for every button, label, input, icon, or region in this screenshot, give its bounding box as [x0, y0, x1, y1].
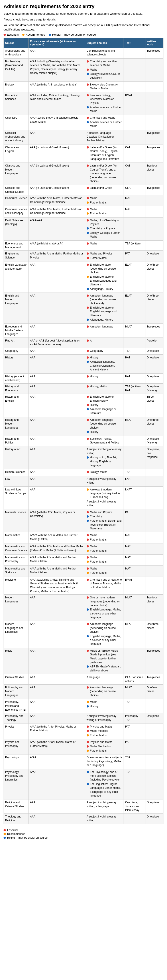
subject-text: Chemistry or Physics	[90, 227, 115, 231]
entrance-cell: AAA	[29, 417, 85, 436]
subject-text: A subject involving essay writing, a lan…	[87, 800, 122, 808]
test-cell	[124, 813, 145, 824]
subject-text: Combination of arts and science subjects	[87, 49, 122, 57]
subject-item: A subject involving essay writing	[87, 500, 122, 508]
subject-item: Maths	[87, 242, 122, 245]
course-cell: Law with Law Studies in Europe	[4, 487, 29, 509]
written-cell	[145, 532, 163, 543]
subject-text: English Language, Maths, a science or an…	[90, 635, 122, 646]
subjects-cell: Maths	[85, 240, 124, 251]
subject-text: History, Maths	[90, 385, 107, 388]
subject-text: Further Maths	[90, 256, 107, 260]
subjects-cell: A modern language	[85, 323, 124, 337]
table-row: Mathematics and Computer Science A*AA wi…	[4, 543, 164, 555]
subject-item: Latin and/or Greek (for Course 7 only), …	[87, 164, 122, 183]
subject-item: A language, History	[87, 287, 122, 291]
subject-item: History	[87, 705, 122, 708]
subject-text: Physics and Maths	[90, 740, 113, 744]
legend-helpful-label: Helpful – may be useful on course	[52, 33, 96, 36]
data-table: Course Entrance requirements (at A-level…	[3, 38, 164, 824]
subject-dot	[87, 288, 89, 290]
subjects-cell: English Literature (depending on course …	[85, 262, 124, 293]
written-cell	[145, 92, 163, 115]
written-cell: One piece (History)	[145, 383, 163, 394]
subjects-cell: Latin and/or Greek	[85, 185, 124, 195]
written-cell: Two pieces	[145, 130, 163, 144]
subject-item: English Literature or English History	[87, 395, 122, 403]
legend: Essential Recommended Helpful – may be u…	[3, 33, 164, 36]
table-row: Computer Science and Philosophy A*AA wit…	[4, 206, 164, 217]
subject-item: Chemistry and Maths	[87, 116, 122, 120]
subject-dot	[87, 635, 89, 637]
subject-item: Latin and/or Greek	[87, 186, 122, 190]
subject-item: History, Maths	[87, 385, 122, 388]
subject-text: Chemistry and at least one of Biology, P…	[90, 578, 122, 590]
entrance-cell: AAA	[29, 446, 85, 469]
subject-dot	[87, 471, 89, 473]
entrance-cell: A*AA (with the A* in Maths, Physics or C…	[29, 509, 85, 532]
table-row: English and Modern Languages AAA A moder…	[4, 293, 164, 323]
entrance-cell: AAA	[29, 799, 85, 813]
subject-dot	[87, 60, 89, 62]
test-cell: TSA	[124, 348, 145, 355]
subjects-cell: HistoryA classical language, Classical C…	[85, 355, 124, 374]
subject-text: Further Maths	[90, 549, 107, 553]
course-cell: Oriental Studies	[4, 675, 29, 684]
test-cell: BMAT	[124, 577, 145, 595]
subject-dot	[87, 545, 89, 547]
entrance-cell: AAA	[29, 476, 85, 487]
subject-text: Maths	[90, 207, 97, 211]
subject-item: Maths	[87, 567, 122, 571]
subject-item: Further Maths	[87, 560, 122, 564]
subject-dot	[87, 294, 89, 297]
subject-dot	[87, 326, 89, 328]
subject-text: Maths modules	[90, 729, 108, 733]
test-cell: ELAT	[124, 293, 145, 323]
table-row: Religion and Oriental Studies AAA A subj…	[4, 799, 164, 813]
subject-item: Further Maths	[87, 256, 122, 260]
written-cell: One/three pieces	[145, 417, 163, 436]
subject-item: A relevant modern language (not required…	[87, 488, 122, 500]
subject-dot	[87, 356, 89, 359]
subject-text: One or more modern languages (depending …	[90, 596, 122, 607]
test-cell: PAT	[124, 724, 145, 739]
test-cell: PAT	[124, 251, 145, 262]
subjects-cell: One or more modern languages (depending …	[85, 595, 124, 621]
subjects-cell: Physics and MathsMaths MechanicsFurther …	[85, 739, 124, 754]
written-cell	[145, 769, 163, 799]
entrance-cell: AAA (in Latin and Greek if taken)	[29, 144, 85, 163]
subject-dot	[87, 572, 89, 574]
subject-item: A subject involving essay writing, a lan…	[87, 800, 122, 808]
legend-helpful: Helpful – may be useful on course	[49, 33, 96, 36]
subjects-cell: A classical language, Classical Civilisa…	[85, 130, 124, 144]
subject-text: A modern language (depending on course c…	[90, 418, 122, 430]
legend-essential: Essential	[3, 33, 19, 36]
subject-dot	[87, 783, 89, 785]
entrance-cell: A*AA (with the A*for Physics, Maths or F…	[29, 739, 85, 754]
table-row: Fine Art AAA or AAB (for post-A level ap…	[4, 337, 164, 348]
course-cell: Biology	[4, 81, 29, 92]
subjects-cell: MathsFurther Maths	[85, 206, 124, 217]
course-cell: Classics and English	[4, 144, 29, 163]
subject-text: Further Maths	[90, 538, 107, 542]
subject-dot	[87, 219, 89, 221]
subject-dot	[87, 438, 89, 440]
written-cell: Two pieces	[145, 323, 163, 337]
intro-line-1: Below is a summary of the requirements f…	[3, 11, 164, 16]
test-cell: Philosophy TSA	[124, 713, 145, 724]
test-cell: CAT	[124, 163, 145, 185]
subject-item: Maths Mechanics	[87, 745, 122, 748]
course-cell: Classics and Modern Languages	[4, 163, 29, 185]
subject-item: Maths	[87, 700, 122, 704]
subject-text: English Language, Maths, a science or an…	[90, 608, 122, 619]
subject-dot	[87, 375, 89, 377]
table-row: Psychology, Philosophy and Linguistics A…	[4, 769, 164, 799]
subject-dot	[87, 534, 89, 536]
written-cell	[145, 565, 163, 577]
subject-item: History of Art, Fine Art, History Englis…	[87, 456, 122, 467]
subject-dot	[87, 515, 89, 518]
subject-text: A modern language	[90, 325, 113, 329]
subject-item: Further Maths	[87, 201, 122, 205]
subject-item: Maths	[87, 556, 122, 560]
course-cell: History	[4, 355, 29, 374]
